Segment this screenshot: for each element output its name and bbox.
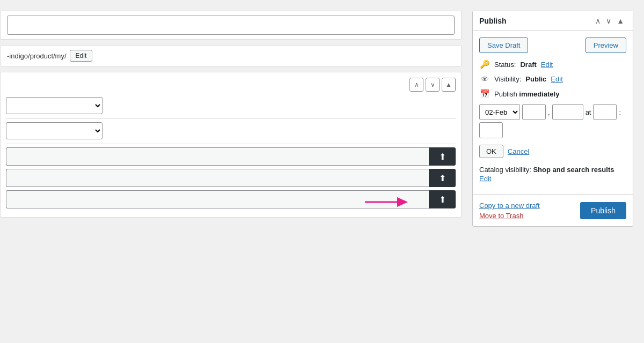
divider-1: [6, 118, 456, 119]
comma-sep: ,: [548, 108, 550, 116]
date-time-row: 02-Feb 16 , 2023 at 16 : 00: [479, 104, 626, 138]
copy-draft-button[interactable]: Copy to a new draft: [479, 202, 540, 210]
divider-2: [6, 144, 456, 144]
catalog-row: Catalog visibility: Shop and search resu…: [479, 166, 626, 183]
publish-header-collapse-button[interactable]: ▲: [614, 16, 626, 26]
day-input[interactable]: 16: [522, 104, 546, 120]
visibility-row: 👁 Visibility: Public Edit: [479, 74, 626, 84]
panel-down-button[interactable]: ∨: [426, 78, 440, 92]
min-input[interactable]: 00: [479, 122, 503, 138]
publish-panel-header: Publish ∧ ∨ ▲: [473, 11, 633, 31]
status-value: Draft: [520, 61, 536, 69]
url-block: -indigo/product/my/ Edit: [0, 45, 462, 66]
preview-button[interactable]: Preview: [586, 38, 626, 53]
top-text-input[interactable]: [7, 16, 455, 35]
catalog-value: Shop and search results: [533, 166, 614, 174]
svg-marker-1: [397, 197, 408, 207]
month-select[interactable]: 02-Feb: [479, 104, 520, 120]
publish-imm-text: Publish immediately: [494, 90, 559, 98]
status-label: Status:: [494, 61, 516, 69]
publish-header-up-button[interactable]: ∧: [593, 16, 603, 26]
publish-header-controls: ∧ ∨ ▲: [593, 16, 626, 26]
select-row-1: [6, 97, 456, 114]
select-field-2[interactable]: [6, 122, 103, 139]
visibility-edit-link[interactable]: Edit: [551, 75, 562, 83]
ok-cancel-row: OK Cancel: [479, 145, 626, 158]
publish-header-down-button[interactable]: ∨: [604, 16, 613, 26]
select-field-1[interactable]: [6, 97, 103, 114]
upload-button-1[interactable]: ⬆: [429, 147, 456, 166]
panel-collapse-button[interactable]: ▲: [442, 78, 456, 92]
select-row-2: [6, 122, 456, 139]
publish-body: Save Draft Preview 🔑 Status: Draft Edit …: [473, 31, 633, 195]
at-label: at: [586, 108, 591, 116]
catalog-prefix: Catalog visibility:: [479, 166, 531, 174]
upload-icon-2: ⬆: [439, 173, 446, 183]
upload-button-2[interactable]: ⬆: [429, 169, 456, 187]
panel-up-button[interactable]: ∧: [409, 78, 423, 92]
status-icon: 🔑: [479, 59, 490, 69]
publish-word: Publish: [494, 90, 517, 98]
status-edit-link[interactable]: Edit: [541, 61, 553, 69]
catalog-edit-link[interactable]: Edit: [479, 175, 626, 183]
status-row: 🔑 Status: Draft Edit: [479, 59, 626, 69]
cancel-button[interactable]: Cancel: [508, 147, 529, 155]
upload-row-2: ⬆: [6, 169, 456, 187]
upload-button-3[interactable]: ⬆: [429, 190, 456, 208]
calendar-icon: 📅: [479, 89, 490, 99]
publish-button[interactable]: Publish: [580, 202, 626, 219]
arrow-indicator: [365, 194, 408, 210]
top-input-block: [0, 11, 462, 40]
url-text: -indigo/product/my/: [7, 52, 67, 60]
panel-controls-row: ∧ ∨ ▲: [6, 78, 456, 92]
save-draft-button[interactable]: Save Draft: [479, 38, 528, 53]
publish-immediately-row: 📅 Publish immediately: [479, 89, 626, 99]
publish-panel: Publish ∧ ∨ ▲ Save Draft Preview 🔑 Statu…: [472, 11, 633, 227]
colon-sep: :: [619, 108, 621, 116]
move-trash-button[interactable]: Move to Trash: [479, 212, 540, 220]
publish-footer: Copy to a new draft Move to Trash Publis…: [473, 195, 633, 226]
url-edit-button[interactable]: Edit: [70, 50, 93, 62]
year-input[interactable]: 2023: [552, 104, 583, 120]
hour-input[interactable]: 16: [593, 104, 617, 120]
publish-actions-row: Save Draft Preview: [479, 38, 626, 53]
upload-input-1[interactable]: [6, 147, 429, 166]
ok-button[interactable]: OK: [479, 145, 503, 158]
upload-icon-3: ⬆: [439, 195, 446, 205]
visibility-value: Public: [525, 75, 546, 83]
upload-row-1: ⬆: [6, 147, 456, 166]
upload-icon-1: ⬆: [439, 152, 446, 162]
upload-input-2[interactable]: [6, 169, 429, 187]
immediately-word: immediately: [519, 90, 559, 98]
publish-panel-title: Publish: [479, 17, 507, 25]
left-content-panel: -indigo/product/my/ Edit ∧ ∨ ▲: [0, 0, 472, 343]
visibility-icon: 👁: [479, 74, 490, 84]
footer-links: Copy to a new draft Move to Trash: [479, 202, 540, 220]
visibility-label: Visibility:: [494, 75, 521, 83]
